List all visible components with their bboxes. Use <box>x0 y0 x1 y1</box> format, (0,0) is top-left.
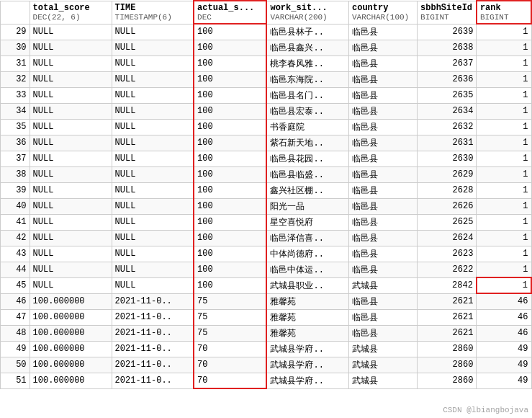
cell-country: 临邑县 <box>349 262 418 277</box>
cell-country: 临邑县 <box>349 119 418 135</box>
cell-actual: 100 <box>194 103 266 119</box>
cell-rank: 1 <box>477 151 531 166</box>
cell-worksite: 鑫兴社区棚.. <box>266 182 348 198</box>
cell-totalscore: 100.000000 <box>30 325 112 341</box>
cell-totalscore: 100.000000 <box>30 309 112 325</box>
cell-rank: 49 <box>477 373 531 388</box>
cell-country: 临邑县 <box>349 246 418 262</box>
cell-time: 2021-11-0.. <box>112 341 194 357</box>
col-header-rownum <box>1 1 30 24</box>
cell-worksite: 雅馨苑 <box>266 293 348 309</box>
cell-totalscore: 100.000000 <box>30 293 112 309</box>
cell-time: 2021-11-0.. <box>112 357 194 373</box>
cell-rank: 46 <box>477 309 531 325</box>
cell-time: NULL <box>112 198 194 214</box>
table-row: 35NULLNULL100书香庭院临邑县26321 <box>1 119 532 135</box>
cell-rownum: 41 <box>1 214 30 230</box>
col-header-totalscore[interactable]: total_score DEC(22, 6) <box>30 1 112 24</box>
cell-actual: 100 <box>194 24 266 40</box>
cell-sbbhsite: 2630 <box>418 151 477 166</box>
table-row: 40NULLNULL100阳光一品临邑县26261 <box>1 198 532 214</box>
cell-worksite: 临邑县临盛.. <box>266 166 348 182</box>
cell-rank: 1 <box>477 246 531 262</box>
cell-worksite: 临邑泽信喜.. <box>266 230 348 246</box>
cell-totalscore: NULL <box>30 40 112 55</box>
table-row: 45NULLNULL100武城县职业..武城县28421 <box>1 277 532 293</box>
cell-country: 临邑县 <box>349 182 418 198</box>
cell-sbbhsite: 2632 <box>418 119 477 135</box>
table-row: 44NULLNULL100临邑中体运..临邑县26221 <box>1 262 532 277</box>
cell-actual: 70 <box>194 357 266 373</box>
cell-worksite: 临邑县名门.. <box>266 87 348 103</box>
cell-country: 临邑县 <box>349 166 418 182</box>
cell-sbbhsite: 2639 <box>418 24 477 40</box>
cell-rownum: 31 <box>1 55 30 71</box>
cell-worksite: 桃李春风雅.. <box>266 55 348 71</box>
cell-worksite: 临邑县林子.. <box>266 24 348 40</box>
cell-actual: 100 <box>194 151 266 166</box>
cell-sbbhsite: 2636 <box>418 71 477 87</box>
cell-country: 武城县 <box>349 373 418 388</box>
cell-time: NULL <box>112 119 194 135</box>
cell-rownum: 48 <box>1 325 30 341</box>
cell-time: 2021-11-0.. <box>112 325 194 341</box>
col-header-worksite[interactable]: work_sit... VARCHAR(200) <box>266 1 348 24</box>
cell-totalscore: NULL <box>30 182 112 198</box>
cell-actual: 75 <box>194 309 266 325</box>
cell-time: NULL <box>112 214 194 230</box>
cell-rownum: 47 <box>1 309 30 325</box>
table-row: 30NULLNULL100临邑县鑫兴..临邑县26381 <box>1 40 532 55</box>
cell-rank: 49 <box>477 341 531 357</box>
cell-country: 临邑县 <box>349 40 418 55</box>
cell-time: NULL <box>112 262 194 277</box>
table-row: 39NULLNULL100鑫兴社区棚..临邑县26281 <box>1 182 532 198</box>
cell-worksite: 临邑中体运.. <box>266 262 348 277</box>
col-header-country[interactable]: country VARCHAR(100) <box>349 1 418 24</box>
cell-totalscore: NULL <box>30 214 112 230</box>
cell-worksite: 临邑县鑫兴.. <box>266 40 348 55</box>
cell-actual: 100 <box>194 246 266 262</box>
cell-rank: 1 <box>477 103 531 119</box>
cell-totalscore: NULL <box>30 135 112 151</box>
cell-rownum: 49 <box>1 341 30 357</box>
col-header-sbbhsite[interactable]: sbbhSiteId BIGINT <box>418 1 477 24</box>
col-header-time[interactable]: TIME TIMESTAMP(6) <box>112 1 194 24</box>
cell-worksite: 阳光一品 <box>266 198 348 214</box>
cell-totalscore: NULL <box>30 198 112 214</box>
cell-sbbhsite: 2629 <box>418 166 477 182</box>
cell-rownum: 51 <box>1 373 30 388</box>
cell-actual: 75 <box>194 293 266 309</box>
table-row: 47100.0000002021-11-0..75雅馨苑临邑县262146 <box>1 309 532 325</box>
cell-country: 临邑县 <box>349 325 418 341</box>
cell-totalscore: 100.000000 <box>30 373 112 388</box>
cell-actual: 100 <box>194 166 266 182</box>
cell-worksite: 紫石新天地.. <box>266 135 348 151</box>
cell-totalscore: NULL <box>30 262 112 277</box>
cell-totalscore: NULL <box>30 71 112 87</box>
cell-worksite: 中体尚德府.. <box>266 246 348 262</box>
cell-time: 2021-11-0.. <box>112 293 194 309</box>
col-header-rank[interactable]: rank BIGINT <box>477 1 531 24</box>
cell-worksite: 临邑县花园.. <box>266 151 348 166</box>
cell-actual: 100 <box>194 119 266 135</box>
cell-rownum: 42 <box>1 230 30 246</box>
col-header-actual[interactable]: actual_s... DEC <box>194 1 266 24</box>
cell-rank: 1 <box>477 40 531 55</box>
cell-time: NULL <box>112 135 194 151</box>
cell-actual: 75 <box>194 325 266 341</box>
cell-actual: 100 <box>194 277 266 293</box>
cell-time: NULL <box>112 166 194 182</box>
cell-totalscore: NULL <box>30 151 112 166</box>
cell-time: NULL <box>112 55 194 71</box>
cell-country: 临邑县 <box>349 55 418 71</box>
cell-rank: 46 <box>477 325 531 341</box>
cell-country: 临邑县 <box>349 71 418 87</box>
cell-sbbhsite: 2635 <box>418 87 477 103</box>
cell-country: 临邑县 <box>349 151 418 166</box>
table-row: 37NULLNULL100临邑县花园..临邑县26301 <box>1 151 532 166</box>
cell-rank: 1 <box>477 55 531 71</box>
cell-rank: 1 <box>477 24 531 40</box>
cell-rownum: 36 <box>1 135 30 151</box>
cell-totalscore: 100.000000 <box>30 357 112 373</box>
table-body: 29NULLNULL100临邑县林子..临邑县2639130NULLNULL10… <box>1 24 532 388</box>
